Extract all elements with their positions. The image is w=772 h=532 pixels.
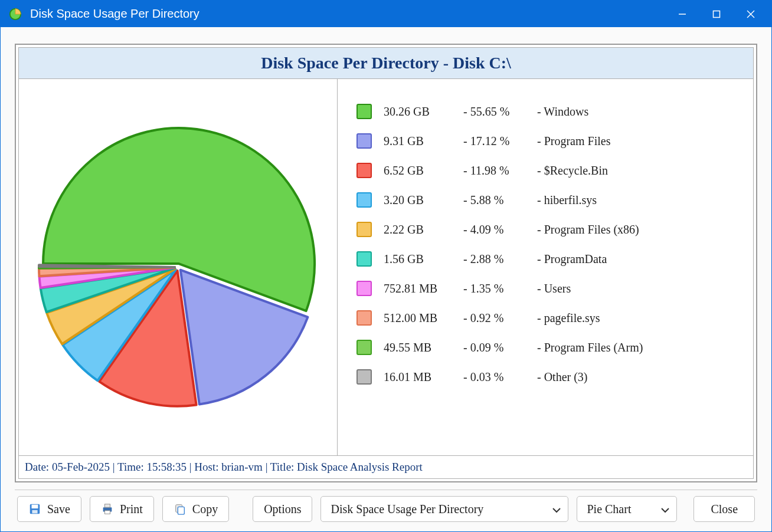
legend-size: 512.00 MB bbox=[384, 311, 463, 325]
legend-name: - hiberfil.sys bbox=[537, 193, 741, 207]
save-label: Save bbox=[47, 503, 70, 516]
legend-swatch bbox=[356, 340, 372, 355]
legend-swatch bbox=[356, 133, 372, 149]
legend-row: 2.22 GB- 4.09 %- Program Files (x86) bbox=[356, 215, 741, 244]
legend-size: 1.56 GB bbox=[384, 252, 463, 266]
legend-row: 49.55 MB- 0.09 %- Program Files (Arm) bbox=[356, 333, 741, 362]
window-title: Disk Space Usage Per Directory bbox=[30, 7, 665, 21]
legend-percent: - 11.98 % bbox=[463, 164, 537, 178]
legend-percent: - 4.09 % bbox=[463, 223, 537, 237]
legend-percent: - 2.88 % bbox=[463, 252, 537, 266]
svg-rect-2 bbox=[714, 11, 720, 17]
minimize-button[interactable] bbox=[665, 2, 699, 26]
legend-row: 9.31 GB- 17.12 %- Program Files bbox=[356, 126, 741, 156]
legend-row: 752.81 MB- 1.35 %- Users bbox=[356, 274, 741, 303]
chart-body: 30.26 GB- 55.65 %- Windows9.31 GB- 17.12… bbox=[19, 79, 753, 455]
legend-swatch bbox=[356, 192, 372, 208]
legend-swatch bbox=[356, 222, 372, 237]
legend-name: - Windows bbox=[537, 105, 741, 119]
print-label: Print bbox=[120, 503, 143, 516]
toolbar: Save Print Copy Options Disk Space Usage… bbox=[15, 496, 757, 524]
pie-slice bbox=[39, 265, 175, 267]
copy-button[interactable]: Copy bbox=[162, 496, 229, 522]
close-button[interactable]: Close bbox=[694, 496, 755, 522]
legend-percent: - 55.65 % bbox=[463, 105, 537, 119]
legend-name: - $Recycle.Bin bbox=[537, 164, 741, 178]
legend-size: 9.31 GB bbox=[384, 134, 463, 148]
legend-percent: - 0.09 % bbox=[463, 341, 537, 354]
legend-name: - ProgramData bbox=[537, 252, 741, 266]
legend-size: 16.01 MB bbox=[384, 370, 463, 384]
legend-name: - Program Files bbox=[537, 134, 741, 148]
save-button[interactable]: Save bbox=[17, 496, 81, 522]
legend-size: 49.55 MB bbox=[384, 341, 463, 354]
options-button[interactable]: Options bbox=[253, 496, 312, 522]
legend-name: - Other (3) bbox=[537, 370, 741, 384]
legend-percent: - 0.92 % bbox=[463, 311, 537, 325]
legend-swatch bbox=[356, 104, 372, 119]
print-icon bbox=[101, 503, 114, 515]
legend-row: 30.26 GB- 55.65 %- Windows bbox=[356, 97, 741, 126]
close-window-button[interactable] bbox=[734, 2, 768, 26]
legend-row: 6.52 GB- 11.98 %- $Recycle.Bin bbox=[356, 156, 741, 185]
legend-row: 3.20 GB- 5.88 %- hiberfil.sys bbox=[356, 185, 741, 215]
legend-percent: - 5.88 % bbox=[463, 193, 537, 207]
divider bbox=[15, 490, 757, 490]
titlebar[interactable]: Disk Space Usage Per Directory bbox=[1, 1, 771, 27]
legend-name: - Program Files (x86) bbox=[537, 223, 741, 237]
report-frame: Disk Space Per Directory - Disk C:\ 30.2… bbox=[15, 44, 757, 482]
legend-size: 30.26 GB bbox=[384, 105, 463, 119]
legend-swatch bbox=[356, 369, 372, 385]
svg-rect-7 bbox=[32, 510, 37, 514]
pie-panel bbox=[19, 79, 338, 455]
report-type-select[interactable]: Disk Space Usage Per Directory bbox=[320, 496, 568, 522]
legend-panel: 30.26 GB- 55.65 %- Windows9.31 GB- 17.12… bbox=[338, 79, 753, 455]
legend-swatch bbox=[356, 310, 372, 326]
legend-name: - Users bbox=[537, 282, 741, 295]
report-type-value: Disk Space Usage Per Directory bbox=[331, 503, 545, 516]
legend-size: 3.20 GB bbox=[384, 193, 463, 207]
legend-percent: - 1.35 % bbox=[463, 282, 537, 295]
maximize-button[interactable] bbox=[699, 2, 734, 26]
svg-rect-6 bbox=[32, 505, 38, 508]
options-label: Options bbox=[264, 503, 301, 516]
svg-rect-12 bbox=[178, 507, 184, 514]
legend-row: 512.00 MB- 0.92 %- pagefile.sys bbox=[356, 303, 741, 333]
app-icon bbox=[9, 8, 22, 21]
legend-percent: - 0.03 % bbox=[463, 370, 537, 384]
chart-type-select[interactable]: Pie Chart bbox=[577, 496, 677, 522]
close-label: Close bbox=[711, 503, 738, 516]
copy-icon bbox=[174, 503, 187, 515]
legend-name: - Program Files (Arm) bbox=[537, 341, 741, 354]
report-footer: Date: 05-Feb-2025 | Time: 15:58:35 | Hos… bbox=[19, 455, 753, 478]
chevron-down-icon bbox=[552, 503, 561, 516]
chart-title: Disk Space Per Directory - Disk C:\ bbox=[19, 48, 753, 79]
legend-swatch bbox=[356, 251, 372, 267]
legend-row: 16.01 MB- 0.03 %- Other (3) bbox=[356, 362, 741, 392]
print-button[interactable]: Print bbox=[90, 496, 154, 522]
legend-size: 2.22 GB bbox=[384, 223, 463, 237]
client-area: Disk Space Per Directory - Disk C:\ 30.2… bbox=[1, 27, 771, 531]
svg-rect-10 bbox=[104, 511, 110, 514]
chevron-down-icon bbox=[661, 503, 669, 516]
legend-name: - pagefile.sys bbox=[537, 311, 741, 325]
legend-size: 752.81 MB bbox=[384, 282, 463, 295]
legend-percent: - 17.12 % bbox=[463, 134, 537, 148]
legend-size: 6.52 GB bbox=[384, 164, 463, 178]
app-window: Disk Space Usage Per Directory Disk Spac… bbox=[0, 0, 772, 532]
pie-chart bbox=[31, 114, 326, 421]
save-icon bbox=[28, 503, 41, 515]
svg-rect-9 bbox=[104, 504, 110, 508]
chart-type-value: Pie Chart bbox=[587, 503, 654, 516]
window-controls bbox=[665, 2, 768, 26]
legend-swatch bbox=[356, 163, 372, 178]
legend-swatch bbox=[356, 281, 372, 296]
legend-row: 1.56 GB- 2.88 %- ProgramData bbox=[356, 244, 741, 274]
report-inner: Disk Space Per Directory - Disk C:\ 30.2… bbox=[18, 47, 754, 479]
copy-label: Copy bbox=[192, 503, 218, 516]
